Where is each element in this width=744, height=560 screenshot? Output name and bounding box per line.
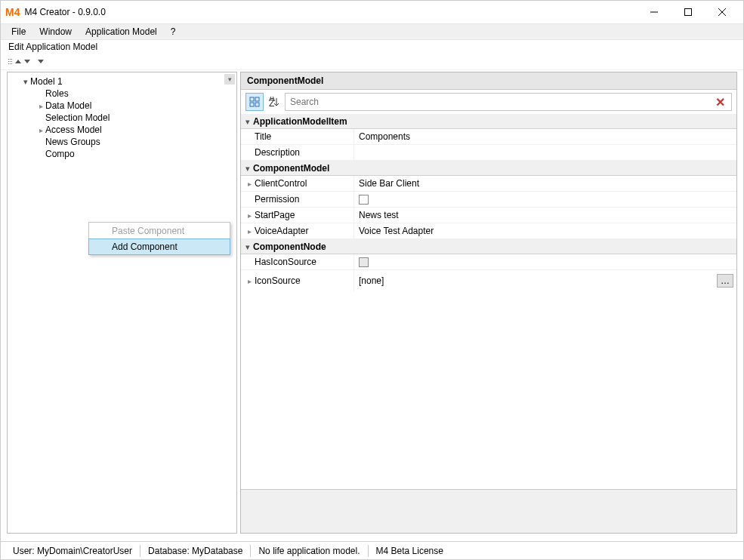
property-row-permission[interactable]: Permission [241,192,736,208]
property-section-applicationmodelitem[interactable]: ApplicationModelItem [241,114,736,129]
status-life: No life application model. [251,545,368,557]
property-row-title[interactable]: Title Components [241,129,736,145]
tree: Model 1 Roles Data Model Selection Model… [8,72,236,163]
alphabetical-view-button[interactable]: A Z [265,93,283,111]
property-row-hasiconsource[interactable]: HasIconSource [241,254,736,270]
toolstrip [1,54,743,70]
row-expand-icon[interactable] [244,178,255,189]
tree-item-roles[interactable]: Roles [11,88,233,100]
expand-collapse-icon[interactable] [36,102,45,110]
svg-rect-5 [255,97,259,101]
status-database: Database: MyDatabase [140,545,251,557]
tree-pane: Model 1 Roles Data Model Selection Model… [7,72,237,534]
svg-rect-6 [250,103,254,106]
categorized-icon [249,97,260,107]
property-row-startpage[interactable]: StartPage News test [241,208,736,223]
tree-item-news-groups[interactable]: News Groups [11,136,233,148]
property-value[interactable]: Side Bar Client [359,178,419,189]
svg-rect-7 [255,103,259,106]
property-search[interactable]: ✕ [285,93,732,111]
status-license: M4 Beta License [369,545,451,557]
menu-file[interactable]: File [5,25,32,38]
tree-item-components[interactable]: Compo [11,148,233,160]
section-expand-icon[interactable] [242,242,253,252]
property-key: ClientControl [255,178,307,189]
tree-item-label: Data Model [45,100,91,111]
section-title: ApplicationModelItem [253,116,347,127]
property-row-clientcontrol[interactable]: ClientControl Side Bar Client [241,176,736,192]
sort-az-icon: A Z [269,97,279,107]
section-title: ComponentModel [253,163,329,174]
minimize-button[interactable] [637,1,671,23]
tree-root[interactable]: Model 1 [11,75,233,88]
triangle-up-icon [15,60,21,63]
menu-bar: File Window Application Model ? [1,23,743,40]
property-value[interactable]: [none] [359,275,384,286]
tree-scroll-hint-icon[interactable] [224,74,235,85]
menu-help[interactable]: ? [165,25,182,38]
tree-item-label: Access Model [45,125,102,135]
expand-collapse-icon[interactable] [21,77,30,87]
section-expand-icon[interactable] [242,116,253,127]
row-expand-icon[interactable] [244,275,255,286]
title-bar: M4 M4 Creator - 0.9.0.0 [1,1,743,23]
toolstrip-grip-icon [8,59,12,64]
clear-search-icon[interactable]: ✕ [712,95,728,109]
status-user: User: MyDomain\CreatorUser [5,545,140,557]
svg-rect-1 [684,9,691,16]
section-expand-icon[interactable] [242,163,253,174]
context-menu: Paste Component Add Component [88,222,230,255]
property-key: HasIconSource [255,257,316,267]
triangle-down-icon [38,60,44,63]
section-title: ComponentNode [253,242,326,252]
expand-collapse-icon[interactable] [36,126,45,134]
property-value[interactable]: News test [359,210,399,220]
property-key: VoiceAdapter [255,226,308,236]
property-section-componentnode[interactable]: ComponentNode [241,239,736,254]
property-grid-description-area [241,489,736,533]
categorized-view-button[interactable] [245,93,264,111]
property-row-description[interactable]: Description [241,145,736,161]
property-row-iconsource[interactable]: IconSource [none] [241,270,736,291]
window-title: M4 Creator - 0.9.0.0 [24,7,105,17]
row-expand-icon[interactable] [244,210,255,220]
property-grid-toolbar: A Z ✕ [241,90,736,114]
body: Model 1 Roles Data Model Selection Model… [1,70,743,535]
property-key: Description [255,147,300,158]
tree-item-data-model[interactable]: Data Model [11,100,233,112]
hasiconsource-checkbox[interactable] [359,257,369,267]
property-section-componentmodel[interactable]: ComponentModel [241,161,736,176]
tree-item-label: Compo [45,149,75,159]
close-button[interactable] [705,1,739,23]
toolstrip-dropdown-1[interactable] [15,60,30,63]
maximize-button[interactable] [671,1,705,23]
context-menu-paste-component: Paste Component [89,223,230,239]
tree-root-label: Model 1 [30,76,63,87]
property-grid-body: ApplicationModelItem Title Components De… [241,114,736,489]
status-bar: User: MyDomain\CreatorUser Database: MyD… [1,541,743,559]
property-grid-header: ComponentModel [241,72,736,90]
svg-text:Z: Z [269,98,274,107]
property-row-voiceadapter[interactable]: VoiceAdapter Voice Test Adapter [241,223,736,239]
property-value[interactable]: Voice Test Adapter [359,226,434,236]
panel-title: Edit Application Model [1,40,743,54]
triangle-down-icon [24,60,30,63]
tree-item-selection-model[interactable]: Selection Model [11,112,233,124]
property-key: Title [255,131,271,142]
toolstrip-dropdown-2[interactable] [38,60,44,63]
browse-button[interactable] [717,274,733,288]
property-search-input[interactable] [289,94,712,109]
property-key: IconSource [255,275,301,286]
tree-item-label: Roles [45,88,69,99]
property-key: Permission [255,194,299,205]
menu-application-model[interactable]: Application Model [79,25,163,38]
property-value[interactable]: Components [359,131,410,142]
main-window: M4 M4 Creator - 0.9.0.0 File Window Appl… [0,0,744,560]
tree-item-access-model[interactable]: Access Model [11,124,233,136]
property-key: StartPage [255,210,295,220]
context-menu-add-component[interactable]: Add Component [88,238,230,255]
menu-window[interactable]: Window [33,25,78,38]
tree-item-label: Selection Model [45,112,110,123]
permission-checkbox[interactable] [359,195,369,205]
row-expand-icon[interactable] [244,226,255,236]
